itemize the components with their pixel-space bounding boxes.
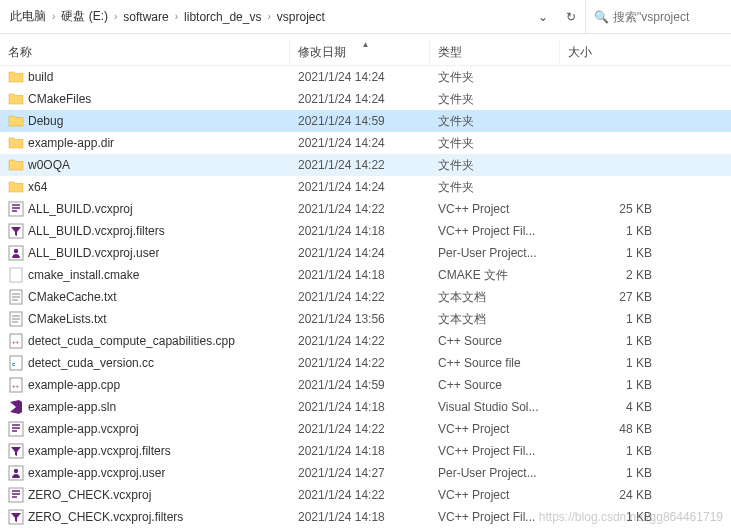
file-name-cell: example-app.vcxproj.user xyxy=(0,465,290,481)
file-name-label: example-app.cpp xyxy=(28,378,120,392)
file-type-cell: C++ Source xyxy=(430,378,560,392)
file-date-cell: 2021/1/24 14:18 xyxy=(290,510,430,524)
file-row[interactable]: ALL_BUILD.vcxproj.filters2021/1/24 14:18… xyxy=(0,220,731,242)
file-row[interactable]: CMakeLists.txt2021/1/24 13:56文本文档1 KB xyxy=(0,308,731,330)
text-file-icon xyxy=(8,289,24,305)
breadcrumb-item[interactable]: vsproject xyxy=(273,6,329,28)
file-name-label: build xyxy=(28,70,53,84)
cc-file-icon: c xyxy=(8,355,24,371)
generic-file-icon xyxy=(8,267,24,283)
file-row[interactable]: x642021/1/24 14:24文件夹 xyxy=(0,176,731,198)
file-name-cell: example-app.vcxproj xyxy=(0,421,290,437)
file-size-cell: 27 KB xyxy=(560,290,660,304)
file-name-cell: example-app.sln xyxy=(0,399,290,415)
file-type-cell: VC++ Project xyxy=(430,422,560,436)
refresh-icon: ↻ xyxy=(566,10,576,24)
file-name-label: cmake_install.cmake xyxy=(28,268,139,282)
file-size-cell: 24 KB xyxy=(560,488,660,502)
file-name-cell: ALL_BUILD.vcxproj.filters xyxy=(0,223,290,239)
file-row[interactable]: cmake_install.cmake2021/1/24 14:18CMAKE … xyxy=(0,264,731,286)
vcxproj-filters-icon xyxy=(8,223,24,239)
breadcrumb-item[interactable]: 硬盘 (E:) xyxy=(57,4,112,29)
vcxproj-user-icon xyxy=(8,465,24,481)
file-date-cell: 2021/1/24 14:22 xyxy=(290,356,430,370)
search-input[interactable] xyxy=(613,10,723,24)
file-name-label: ALL_BUILD.vcxproj xyxy=(28,202,133,216)
file-name-cell: CMakeCache.txt xyxy=(0,289,290,305)
svg-rect-17 xyxy=(9,488,23,502)
file-row[interactable]: example-app.vcxproj2021/1/24 14:22VC++ P… xyxy=(0,418,731,440)
file-date-cell: 2021/1/24 14:22 xyxy=(290,202,430,216)
breadcrumb-item[interactable]: 此电脑 xyxy=(6,4,50,29)
column-header-date[interactable]: 修改日期 xyxy=(290,40,430,65)
file-row[interactable]: example-app.sln2021/1/24 14:18Visual Stu… xyxy=(0,396,731,418)
file-row[interactable]: example-app.dir2021/1/24 14:24文件夹 xyxy=(0,132,731,154)
file-size-cell: 2 KB xyxy=(560,268,660,282)
file-row[interactable]: example-app.vcxproj.filters2021/1/24 14:… xyxy=(0,440,731,462)
file-row[interactable]: ALL_BUILD.vcxproj2021/1/24 14:22VC++ Pro… xyxy=(0,198,731,220)
file-date-cell: 2021/1/24 14:22 xyxy=(290,290,430,304)
vcxproj-filters-icon xyxy=(8,443,24,459)
svg-point-16 xyxy=(14,469,18,473)
file-name-cell: ZERO_CHECK.vcxproj xyxy=(0,487,290,503)
search-box[interactable]: 🔍 xyxy=(585,0,731,33)
file-type-cell: 文本文档 xyxy=(430,289,560,306)
breadcrumb-item[interactable]: software xyxy=(119,6,172,28)
file-name-cell: cdetect_cuda_version.cc xyxy=(0,355,290,371)
file-type-cell: C++ Source xyxy=(430,334,560,348)
file-type-cell: VC++ Project Fil... xyxy=(430,510,560,524)
file-name-cell: ++detect_cuda_compute_capabilities.cpp xyxy=(0,333,290,349)
column-header-size[interactable]: 大小 xyxy=(560,40,660,65)
file-date-cell: 2021/1/24 14:18 xyxy=(290,400,430,414)
file-name-label: ALL_BUILD.vcxproj.user xyxy=(28,246,159,260)
file-name-cell: example-app.vcxproj.filters xyxy=(0,443,290,459)
folder-icon xyxy=(8,91,24,107)
file-row[interactable]: example-app.vcxproj.user2021/1/24 14:27P… xyxy=(0,462,731,484)
vcxproj-user-icon xyxy=(8,245,24,261)
breadcrumb[interactable]: 此电脑›硬盘 (E:)›software›libtorch_de_vs›vspr… xyxy=(0,4,529,29)
file-name-label: ZERO_CHECK.vcxproj.filters xyxy=(28,510,183,524)
file-name-label: detect_cuda_compute_capabilities.cpp xyxy=(28,334,235,348)
file-date-cell: 2021/1/24 14:22 xyxy=(290,488,430,502)
svg-point-3 xyxy=(14,249,18,253)
file-row[interactable]: ZERO_CHECK.vcxproj2021/1/24 14:22VC++ Pr… xyxy=(0,484,731,506)
file-row[interactable]: Debug2021/1/24 14:59文件夹 xyxy=(0,110,731,132)
folder-icon xyxy=(8,157,24,173)
file-name-label: w0OQA xyxy=(28,158,70,172)
file-name-label: detect_cuda_version.cc xyxy=(28,356,154,370)
file-name-label: CMakeFiles xyxy=(28,92,91,106)
file-row[interactable]: ++example-app.cpp2021/1/24 14:59C++ Sour… xyxy=(0,374,731,396)
file-row[interactable]: ++detect_cuda_compute_capabilities.cpp20… xyxy=(0,330,731,352)
file-type-cell: Per-User Project... xyxy=(430,466,560,480)
cpp-file-icon: ++ xyxy=(8,377,24,393)
file-row[interactable]: build2021/1/24 14:24文件夹 xyxy=(0,66,731,88)
file-size-cell: 1 KB xyxy=(560,334,660,348)
history-dropdown-button[interactable]: ⌄ xyxy=(529,4,557,30)
file-row[interactable]: ZERO_CHECK.vcxproj.filters2021/1/24 14:1… xyxy=(0,506,731,528)
file-type-cell: 文件夹 xyxy=(430,179,560,196)
column-header-name[interactable]: 名称 xyxy=(0,40,290,65)
file-name-cell: example-app.dir xyxy=(0,135,290,151)
file-row[interactable]: cdetect_cuda_version.cc2021/1/24 14:22C+… xyxy=(0,352,731,374)
sln-file-icon xyxy=(8,399,24,415)
refresh-button[interactable]: ↻ xyxy=(557,4,585,30)
file-name-label: ALL_BUILD.vcxproj.filters xyxy=(28,224,165,238)
file-row[interactable]: CMakeFiles2021/1/24 14:24文件夹 xyxy=(0,88,731,110)
file-name-label: example-app.vcxproj xyxy=(28,422,139,436)
file-type-cell: 文件夹 xyxy=(430,157,560,174)
column-header-type[interactable]: 类型 xyxy=(430,40,560,65)
search-icon: 🔍 xyxy=(594,10,609,24)
file-name-cell: CMakeFiles xyxy=(0,91,290,107)
chevron-right-icon: › xyxy=(173,11,180,22)
text-file-icon xyxy=(8,311,24,327)
file-type-cell: Per-User Project... xyxy=(430,246,560,260)
file-row[interactable]: ALL_BUILD.vcxproj.user2021/1/24 14:24Per… xyxy=(0,242,731,264)
file-row[interactable]: w0OQA2021/1/24 14:22文件夹 xyxy=(0,154,731,176)
file-date-cell: 2021/1/24 14:22 xyxy=(290,158,430,172)
file-row[interactable]: CMakeCache.txt2021/1/24 14:22文本文档27 KB xyxy=(0,286,731,308)
file-date-cell: 2021/1/24 14:18 xyxy=(290,444,430,458)
file-type-cell: CMAKE 文件 xyxy=(430,267,560,284)
breadcrumb-item[interactable]: libtorch_de_vs xyxy=(180,6,265,28)
chevron-right-icon: › xyxy=(112,11,119,22)
file-size-cell: 1 KB xyxy=(560,246,660,260)
